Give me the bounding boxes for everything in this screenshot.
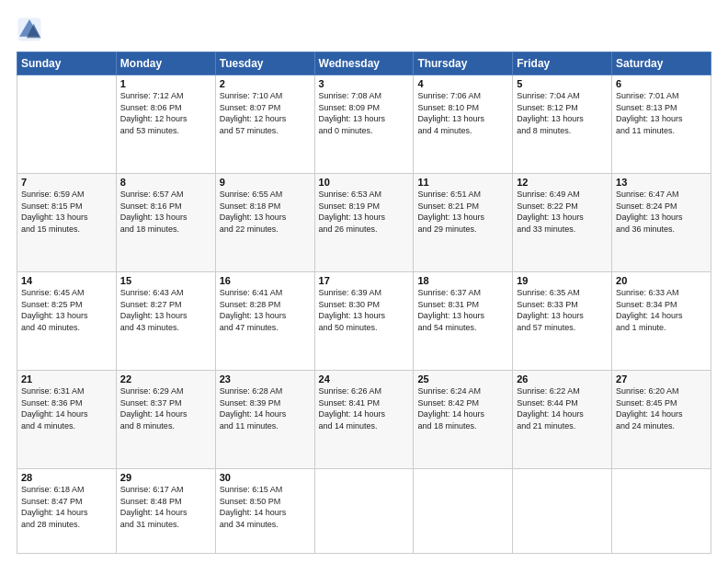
day-number: 26 [517,373,608,385]
day-number: 12 [517,177,608,188]
day-info: Sunrise: 6:49 AM Sunset: 8:22 PM Dayligh… [517,189,608,235]
calendar-cell [17,75,117,174]
calendar-cell: 29Sunrise: 6:17 AM Sunset: 8:48 PM Dayli… [116,469,215,554]
logo [17,17,46,42]
day-info: Sunrise: 7:12 AM Sunset: 8:06 PM Dayligh… [120,90,211,136]
calendar-cell [513,469,612,554]
calendar-cell: 23Sunrise: 6:28 AM Sunset: 8:39 PM Dayli… [215,371,314,469]
day-info: Sunrise: 6:37 AM Sunset: 8:31 PM Dayligh… [417,287,508,333]
day-info: Sunrise: 6:17 AM Sunset: 8:48 PM Dayligh… [120,484,211,530]
day-info: Sunrise: 6:31 AM Sunset: 8:36 PM Dayligh… [21,385,112,431]
calendar-cell: 24Sunrise: 6:26 AM Sunset: 8:41 PM Dayli… [314,371,414,469]
day-number: 3 [319,78,410,89]
day-number: 22 [120,373,211,385]
calendar-cell: 4Sunrise: 7:06 AM Sunset: 8:10 PM Daylig… [414,75,513,174]
day-number: 15 [120,275,211,286]
logo-icon [17,17,42,42]
calendar-cell: 21Sunrise: 6:31 AM Sunset: 8:36 PM Dayli… [17,371,117,469]
day-number: 1 [120,78,211,89]
calendar-cell: 9Sunrise: 6:55 AM Sunset: 8:18 PM Daylig… [215,174,314,272]
calendar-cell: 8Sunrise: 6:57 AM Sunset: 8:16 PM Daylig… [116,174,215,272]
calendar-cell: 12Sunrise: 6:49 AM Sunset: 8:22 PM Dayli… [513,174,612,272]
weekday-header-sunday: Sunday [17,52,117,75]
day-number: 25 [417,373,508,385]
calendar-cell: 20Sunrise: 6:33 AM Sunset: 8:34 PM Dayli… [612,272,711,371]
day-info: Sunrise: 6:59 AM Sunset: 8:15 PM Dayligh… [21,189,112,235]
weekday-header-friday: Friday [513,52,612,75]
day-number: 16 [220,275,311,286]
day-number: 21 [21,373,112,385]
day-info: Sunrise: 6:57 AM Sunset: 8:16 PM Dayligh… [120,189,211,235]
calendar-cell: 3Sunrise: 7:08 AM Sunset: 8:09 PM Daylig… [314,75,414,174]
calendar-cell: 7Sunrise: 6:59 AM Sunset: 8:15 PM Daylig… [17,174,117,272]
day-info: Sunrise: 6:18 AM Sunset: 8:47 PM Dayligh… [21,484,112,530]
calendar-cell: 18Sunrise: 6:37 AM Sunset: 8:31 PM Dayli… [414,272,513,371]
day-info: Sunrise: 6:26 AM Sunset: 8:41 PM Dayligh… [319,385,410,431]
calendar-cell [414,469,513,554]
day-info: Sunrise: 6:29 AM Sunset: 8:37 PM Dayligh… [120,385,211,431]
weekday-header-saturday: Saturday [612,52,711,75]
calendar-cell: 6Sunrise: 7:01 AM Sunset: 8:13 PM Daylig… [612,75,711,174]
calendar-cell: 14Sunrise: 6:45 AM Sunset: 8:25 PM Dayli… [17,272,117,371]
day-number: 18 [417,275,508,286]
day-info: Sunrise: 6:55 AM Sunset: 8:18 PM Dayligh… [220,189,311,235]
calendar-cell: 30Sunrise: 6:15 AM Sunset: 8:50 PM Dayli… [215,469,314,554]
day-info: Sunrise: 6:28 AM Sunset: 8:39 PM Dayligh… [220,385,311,431]
calendar-cell: 27Sunrise: 6:20 AM Sunset: 8:45 PM Dayli… [612,371,711,469]
day-number: 6 [616,78,707,89]
page: SundayMondayTuesdayWednesdayThursdayFrid… [0,0,728,563]
day-info: Sunrise: 6:43 AM Sunset: 8:27 PM Dayligh… [120,287,211,333]
day-number: 14 [21,275,112,286]
day-number: 30 [220,472,311,483]
day-number: 8 [120,177,211,188]
day-info: Sunrise: 6:51 AM Sunset: 8:21 PM Dayligh… [417,189,508,235]
calendar-cell: 15Sunrise: 6:43 AM Sunset: 8:27 PM Dayli… [116,272,215,371]
day-number: 13 [616,177,707,188]
day-info: Sunrise: 7:01 AM Sunset: 8:13 PM Dayligh… [616,90,707,136]
calendar-cell: 2Sunrise: 7:10 AM Sunset: 8:07 PM Daylig… [215,75,314,174]
calendar-cell: 17Sunrise: 6:39 AM Sunset: 8:30 PM Dayli… [314,272,414,371]
day-number: 24 [319,373,410,385]
calendar-cell: 5Sunrise: 7:04 AM Sunset: 8:12 PM Daylig… [513,75,612,174]
day-number: 10 [319,177,410,188]
day-info: Sunrise: 6:24 AM Sunset: 8:42 PM Dayligh… [417,385,508,431]
day-info: Sunrise: 6:35 AM Sunset: 8:33 PM Dayligh… [517,287,608,333]
day-info: Sunrise: 7:08 AM Sunset: 8:09 PM Dayligh… [319,90,410,136]
day-info: Sunrise: 6:20 AM Sunset: 8:45 PM Dayligh… [616,385,707,431]
day-number: 20 [616,275,707,286]
calendar-cell: 22Sunrise: 6:29 AM Sunset: 8:37 PM Dayli… [116,371,215,469]
day-number: 28 [21,472,112,483]
calendar-cell: 16Sunrise: 6:41 AM Sunset: 8:28 PM Dayli… [215,272,314,371]
calendar-cell: 11Sunrise: 6:51 AM Sunset: 8:21 PM Dayli… [414,174,513,272]
day-number: 2 [220,78,311,89]
day-info: Sunrise: 6:45 AM Sunset: 8:25 PM Dayligh… [21,287,112,333]
calendar-body: 1Sunrise: 7:12 AM Sunset: 8:06 PM Daylig… [17,75,711,554]
day-info: Sunrise: 6:15 AM Sunset: 8:50 PM Dayligh… [220,484,311,530]
calendar-cell: 1Sunrise: 7:12 AM Sunset: 8:06 PM Daylig… [116,75,215,174]
day-info: Sunrise: 6:33 AM Sunset: 8:34 PM Dayligh… [616,287,707,333]
calendar-week-1: 1Sunrise: 7:12 AM Sunset: 8:06 PM Daylig… [17,75,711,174]
day-number: 4 [417,78,508,89]
day-info: Sunrise: 6:47 AM Sunset: 8:24 PM Dayligh… [616,189,707,235]
day-number: 5 [517,78,608,89]
header [17,17,711,42]
day-number: 29 [120,472,211,483]
weekday-header-monday: Monday [116,52,215,75]
calendar-cell: 25Sunrise: 6:24 AM Sunset: 8:42 PM Dayli… [414,371,513,469]
calendar-week-4: 21Sunrise: 6:31 AM Sunset: 8:36 PM Dayli… [17,371,711,469]
day-info: Sunrise: 6:39 AM Sunset: 8:30 PM Dayligh… [319,287,410,333]
day-number: 11 [417,177,508,188]
weekday-header-tuesday: Tuesday [215,52,314,75]
calendar-cell: 19Sunrise: 6:35 AM Sunset: 8:33 PM Dayli… [513,272,612,371]
day-number: 23 [220,373,311,385]
calendar-cell: 10Sunrise: 6:53 AM Sunset: 8:19 PM Dayli… [314,174,414,272]
day-info: Sunrise: 7:06 AM Sunset: 8:10 PM Dayligh… [417,90,508,136]
day-info: Sunrise: 6:53 AM Sunset: 8:19 PM Dayligh… [319,189,410,235]
calendar-table: SundayMondayTuesdayWednesdayThursdayFrid… [17,52,711,554]
calendar-cell [612,469,711,554]
calendar-week-2: 7Sunrise: 6:59 AM Sunset: 8:15 PM Daylig… [17,174,711,272]
calendar-header-row: SundayMondayTuesdayWednesdayThursdayFrid… [17,52,711,75]
calendar-cell: 28Sunrise: 6:18 AM Sunset: 8:47 PM Dayli… [17,469,117,554]
calendar-cell [314,469,414,554]
calendar-cell: 26Sunrise: 6:22 AM Sunset: 8:44 PM Dayli… [513,371,612,469]
